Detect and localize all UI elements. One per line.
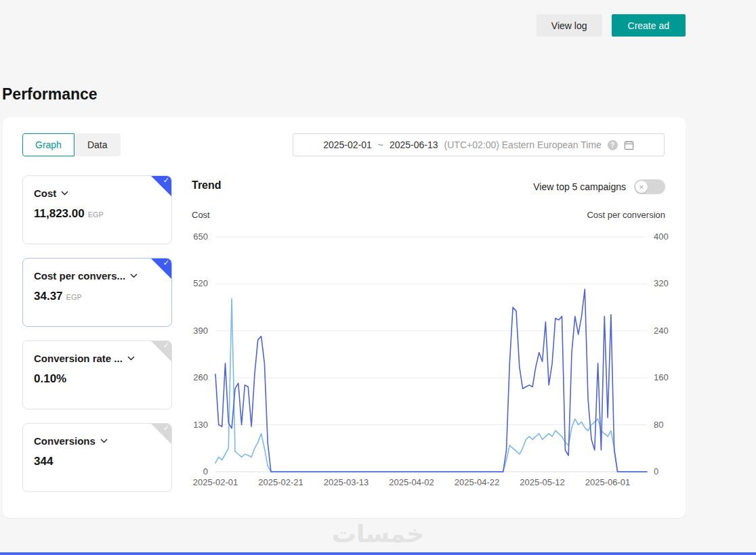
tab-data[interactable]: Data [75, 133, 121, 156]
performance-card: Graph Data 2025-02-01 ~ 2025-06-13 (UTC+… [3, 117, 686, 518]
svg-text:2025-04-02: 2025-04-02 [389, 477, 434, 487]
bottom-scroll-strip [0, 552, 756, 555]
metric-value: 34.37 [34, 290, 63, 303]
timezone-label: (UTC+02:00) Eastern European Time [444, 139, 602, 150]
metric-unit: EGP [66, 293, 82, 301]
metric-card-cost[interactable]: Cost 11,823.00EGP ✓ [22, 175, 172, 244]
left-axis-title: Cost [192, 210, 210, 220]
svg-text:240: 240 [654, 326, 669, 336]
chevron-down-icon[interactable] [100, 439, 108, 443]
svg-text:320: 320 [654, 278, 669, 288]
metric-value: 0.10% [34, 372, 66, 385]
svg-text:160: 160 [654, 372, 669, 382]
create-ad-button[interactable]: Create ad [612, 14, 686, 37]
toggle-knob-x-icon: ✕ [635, 181, 648, 193]
metric-unit: EGP [88, 210, 104, 219]
calendar-icon[interactable] [624, 140, 634, 150]
svg-text:80: 80 [654, 420, 663, 430]
svg-text:0: 0 [203, 466, 208, 476]
top5-toggle[interactable]: ✕ [634, 179, 665, 194]
metric-label: Cost per convers... [34, 270, 125, 282]
metric-label: Conversions [34, 435, 96, 447]
trend-title: Trend [192, 179, 222, 192]
svg-text:2025-02-01: 2025-02-01 [193, 477, 238, 487]
metric-label: Cost [34, 187, 56, 199]
chevron-down-icon[interactable] [127, 356, 135, 361]
check-icon: ✓ [163, 342, 169, 349]
svg-text:2025-03-13: 2025-03-13 [324, 477, 369, 487]
top5-toggle-label: View top 5 campaigns [533, 181, 626, 192]
svg-text:130: 130 [193, 420, 208, 430]
chevron-down-icon[interactable] [61, 191, 68, 196]
metric-value: 344 [34, 455, 53, 468]
view-log-button[interactable]: View log [537, 14, 602, 37]
check-icon: ✓ [163, 177, 169, 184]
metric-card-cost-per-conversion[interactable]: Cost per convers... 34.37EGP ✓ [22, 258, 172, 327]
svg-text:2025-04-22: 2025-04-22 [455, 477, 500, 487]
metric-card-conversion-rate[interactable]: Conversion rate ... 0.10% ✓ [22, 340, 172, 409]
metric-label: Conversion rate ... [34, 353, 123, 364]
check-icon: ✓ [163, 424, 169, 432]
svg-text:260: 260 [193, 372, 208, 382]
metric-card-conversions[interactable]: Conversions 344 ✓ [22, 423, 172, 492]
check-icon: ✓ [163, 259, 169, 267]
date-start: 2025-02-01 [323, 139, 372, 150]
svg-text:650: 650 [193, 231, 208, 242]
metric-value: 11,823.00 [34, 207, 85, 220]
right-axis-title: Cost per conversion [587, 210, 665, 220]
svg-text:2025-05-12: 2025-05-12 [520, 477, 565, 487]
date-range-picker[interactable]: 2025-02-01 ~ 2025-06-13 (UTC+02:00) East… [293, 133, 665, 156]
page-title: Performance [2, 85, 98, 104]
top-action-bar: View log Create ad [537, 14, 686, 37]
date-separator: ~ [378, 139, 383, 150]
watermark: خمسات [0, 520, 756, 548]
svg-text:0: 0 [654, 466, 658, 476]
trend-chart: 01302603905206500801602403204002025-02-0… [190, 227, 673, 496]
svg-text:2025-02-21: 2025-02-21 [258, 477, 303, 487]
svg-text:390: 390 [193, 326, 208, 336]
view-tabs: Graph Data [22, 133, 121, 156]
chevron-down-icon[interactable] [130, 273, 138, 278]
tab-graph[interactable]: Graph [22, 133, 75, 156]
date-end: 2025-06-13 [390, 139, 438, 150]
svg-text:520: 520 [193, 278, 208, 288]
svg-text:2025-06-01: 2025-06-01 [585, 477, 631, 487]
svg-text:400: 400 [654, 231, 669, 242]
help-icon[interactable]: ? [608, 140, 618, 150]
